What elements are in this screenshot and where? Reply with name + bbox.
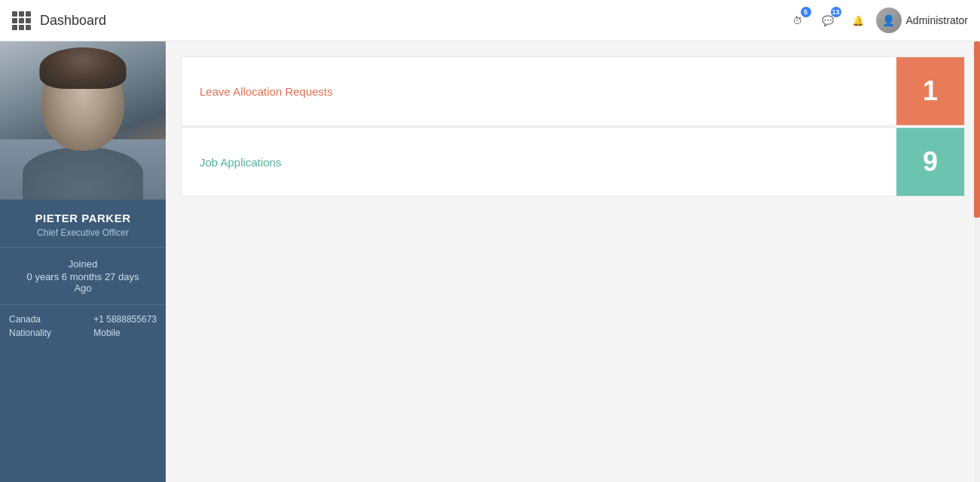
header-right: ⏱ 5 💬 13 🔔 👤 Administrator: [786, 8, 968, 33]
profile-info: PIETER PARKER Chief Executive Officer: [0, 200, 166, 248]
profile-joined: Joined 0 years 6 months 27 days Ago: [0, 248, 166, 305]
job-applications-value[interactable]: 9: [896, 128, 964, 196]
notification-button[interactable]: 🔔: [846, 8, 870, 32]
job-applications-card: Job Applications 9: [181, 127, 965, 197]
joined-label: Joined: [9, 258, 157, 270]
profile-name: PIETER PARKER: [9, 212, 157, 224]
leave-allocation-card: Leave Allocation Requests 1: [181, 56, 965, 126]
nationality-col: Canada Nationality: [9, 314, 51, 338]
profile-photo: [0, 41, 166, 200]
sidebar: PIETER PARKER Chief Executive Officer Jo…: [0, 41, 166, 482]
joined-ago: Ago: [9, 282, 157, 294]
leave-allocation-label[interactable]: Leave Allocation Requests: [182, 70, 896, 113]
phone-col: +1 5888855673 Mobile: [93, 314, 157, 338]
profile-details: Canada Nationality +1 5888855673 Mobile: [0, 305, 166, 347]
page-title: Dashboard: [40, 13, 106, 29]
joined-duration: 0 years 6 months 27 days: [9, 271, 157, 282]
phone-label: Mobile: [93, 328, 157, 338]
header-left: Dashboard: [12, 11, 106, 30]
chat-button[interactable]: 💬 13: [816, 8, 840, 32]
scroll-indicator: [974, 41, 980, 482]
dashboard-cards: Leave Allocation Requests 1 Job Applicat…: [166, 41, 980, 213]
main-layout: PIETER PARKER Chief Executive Officer Jo…: [0, 41, 980, 482]
avatar-image: 👤: [876, 8, 902, 33]
clock-badge: 5: [801, 7, 811, 17]
phone-value: +1 5888855673: [93, 314, 157, 325]
bell-icon: 🔔: [849, 11, 867, 29]
admin-name: Administrator: [906, 14, 968, 26]
admin-section[interactable]: 👤 Administrator: [876, 8, 968, 33]
header: Dashboard ⏱ 5 💬 13 🔔 👤 Administrator: [0, 0, 980, 41]
job-applications-label[interactable]: Job Applications: [182, 141, 896, 184]
grid-menu-icon[interactable]: [12, 11, 31, 30]
avatar: 👤: [876, 8, 902, 33]
scroll-thumb[interactable]: [974, 41, 980, 218]
chat-badge: 13: [831, 7, 841, 17]
clock-button[interactable]: ⏱ 5: [786, 8, 810, 32]
nationality-label: Nationality: [9, 328, 51, 338]
profile-job-title: Chief Executive Officer: [9, 227, 157, 238]
content-area: Leave Allocation Requests 1 Job Applicat…: [166, 41, 980, 482]
photo-bg: [0, 41, 166, 200]
nationality-value: Canada: [9, 314, 51, 325]
leave-allocation-value[interactable]: 1: [896, 57, 964, 125]
